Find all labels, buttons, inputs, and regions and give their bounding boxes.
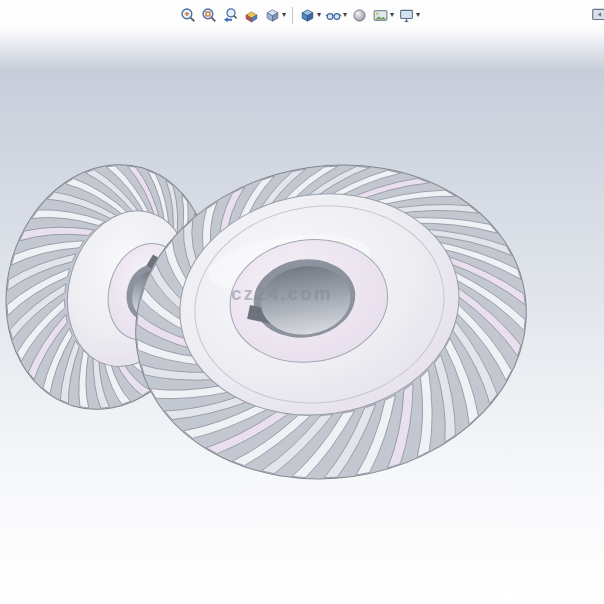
dropdown-caret[interactable]: ▾ [282,11,286,19]
previous-view-button[interactable] [220,3,241,27]
zoom-to-area-icon [201,7,218,24]
corner-panel-button[interactable] [591,5,604,25]
zoom-to-area-button[interactable] [199,3,220,27]
dropdown-caret[interactable]: ▾ [416,11,420,19]
dropdown-caret[interactable]: ▾ [343,11,347,19]
gear-model[interactable] [0,0,604,604]
section-view-button[interactable] [241,3,262,27]
previous-view-icon [222,7,239,24]
display-style-icon [299,7,316,24]
zoom-to-fit-icon [180,7,197,24]
heads-up-view-toolbar: ▾ ▾ ▾ [0,0,604,30]
view-orientation-icon [264,7,281,24]
dropdown-caret[interactable]: ▾ [390,11,394,19]
dropdown-caret[interactable]: ▾ [317,11,321,19]
section-view-icon [243,7,260,24]
edit-appearance-button[interactable] [349,3,370,27]
edit-appearance-icon [351,7,368,24]
display-style-button[interactable]: ▾ [297,3,323,27]
corner-panel-icon [591,6,604,24]
application-window: cz24.com [0,0,604,604]
zoom-to-fit-button[interactable] [178,3,199,27]
hide-show-items-icon [325,7,342,24]
view-settings-button[interactable]: ▾ [396,3,422,27]
view-settings-icon [398,7,415,24]
toolbar-separator [292,7,293,24]
apply-scene-icon [372,7,389,24]
view-orientation-button[interactable]: ▾ [262,3,288,27]
hide-show-items-button[interactable]: ▾ [323,3,349,27]
apply-scene-button[interactable]: ▾ [370,3,396,27]
